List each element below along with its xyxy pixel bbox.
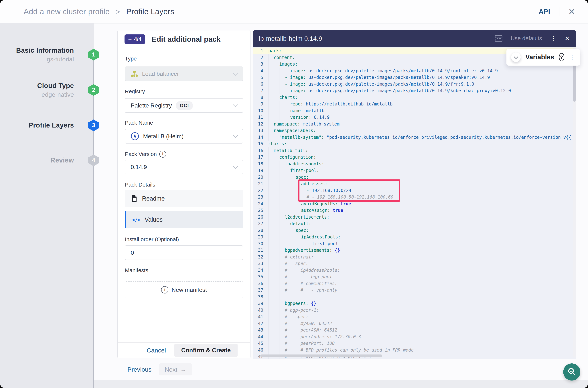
panel-title: Edit additional pack — [152, 35, 221, 43]
code-line[interactable]: 28spec: — [253, 227, 576, 234]
code-line[interactable]: 24avoidBuggyIPs: true — [253, 201, 576, 207]
code-line[interactable]: 9- repo: https://metallb.github.io/metal… — [253, 101, 576, 107]
registry-label: Registry — [125, 88, 243, 95]
pack-version-select[interactable]: 0.14.9 — [125, 160, 243, 174]
code-line[interactable]: 14"metallb-system": "pod-security.kubern… — [253, 134, 576, 141]
code-line[interactable]: 42# myASN: 64512 — [253, 320, 576, 327]
code-line[interactable]: 34# ipAddressPools: — [253, 267, 576, 274]
indent-guide — [274, 187, 279, 194]
variables-kebab-icon[interactable]: ⋮ — [569, 55, 575, 60]
indent-guide — [285, 201, 290, 207]
api-link[interactable]: API — [539, 8, 550, 16]
new-manifest-button[interactable]: + New manifest — [125, 281, 243, 298]
next-button[interactable]: Next → — [159, 364, 192, 375]
line-number: 8 — [253, 94, 263, 101]
code-line[interactable]: 43# peerASN: 64512 — [253, 327, 576, 334]
code-line[interactable]: 36# # communities: — [253, 280, 576, 287]
code-line[interactable]: 16metallb-full: — [253, 147, 576, 154]
indent-guide — [268, 347, 274, 354]
code-line[interactable]: 4- image: us-docker.pkg.dev/palette-imag… — [253, 68, 576, 74]
indent-guide — [279, 214, 285, 220]
search-fab-button[interactable] — [563, 364, 580, 381]
code-line[interactable]: 10name: metallb — [253, 107, 576, 114]
code-line[interactable]: 27default: — [253, 220, 576, 227]
code-line[interactable]: 12namespace: metallb-system — [253, 121, 576, 127]
step-label: Review — [50, 156, 74, 164]
kebab-menu-icon[interactable]: ⋮ — [550, 35, 557, 42]
code-line[interactable]: 30- first-pool — [253, 241, 576, 247]
code-line[interactable]: 45# peerPort: 180 — [253, 340, 576, 347]
variables-collapse-button[interactable] — [511, 52, 521, 62]
code-line[interactable]: 25autoAssign: true — [253, 207, 576, 214]
code-line[interactable]: 32# external: — [253, 254, 576, 261]
previous-button[interactable]: Previous — [127, 366, 152, 373]
code-line[interactable]: 35# - bgp-pool — [253, 274, 576, 280]
code-line[interactable]: 20spec: — [253, 174, 576, 181]
code-line[interactable]: 15charts: — [253, 141, 576, 147]
indent-guide — [285, 194, 290, 201]
code-line[interactable]: 29ipAddressPools: — [253, 234, 576, 241]
indent-guide — [268, 201, 274, 207]
code-line[interactable]: 41# spec: — [253, 314, 576, 320]
code-line[interactable]: 6- image: us-docker.pkg.dev/palette-imag… — [253, 81, 576, 88]
line-number: 16 — [253, 147, 263, 154]
stepper-step-profile-layers[interactable]: Profile Layers 3 — [0, 118, 94, 133]
code-line[interactable]: 8charts: — [253, 94, 576, 101]
stepper-step-basic-information[interactable]: Basic Information gs-tutorial 1 — [0, 47, 94, 62]
code-line[interactable]: 31bgpadvertisements: {} — [253, 247, 576, 254]
stepper-step-cloud-type[interactable]: Cloud Type edge-native 2 — [0, 82, 94, 98]
variables-label: Variables — [525, 53, 554, 61]
help-icon[interactable]: ? — [559, 53, 564, 61]
chevron-down-icon — [233, 133, 238, 138]
code-line[interactable]: 39bgppeers: {} — [253, 300, 576, 307]
cancel-button[interactable]: Cancel — [147, 347, 166, 354]
type-select: Load balancer — [125, 67, 243, 81]
registry-value: Palette Registry — [131, 102, 172, 109]
values-tab[interactable]: </> Values — [125, 211, 243, 228]
code-line[interactable]: 21addresses: — [253, 181, 576, 187]
indent-guide — [301, 241, 307, 247]
code-line[interactable]: 22- 192.168.10.0/24 — [253, 187, 576, 194]
indent-guide — [268, 247, 274, 254]
confirm-create-button[interactable]: Confirm & Create — [174, 344, 238, 357]
registry-select[interactable]: Palette Registry OCI — [125, 98, 243, 113]
info-icon[interactable]: i — [159, 151, 166, 158]
code-line[interactable]: 19first-pool: — [253, 167, 576, 174]
indent-guide — [274, 181, 279, 187]
horizontal-scrollbar[interactable] — [260, 355, 382, 357]
code-line[interactable]: 37# # - vpn-only — [253, 287, 576, 294]
code-line[interactable]: 26l2advertisements: — [253, 214, 576, 220]
use-defaults-button[interactable]: Use defaults — [511, 35, 542, 42]
code-line[interactable]: 13namespaceLabels: — [253, 127, 576, 134]
indent-guide — [279, 294, 285, 300]
code-line[interactable]: 23# - 192.168.100.50-192.168.100.60 — [253, 194, 576, 201]
stepper-step-review[interactable]: Review 4 — [0, 152, 94, 168]
indent-guide — [274, 87, 279, 94]
line-number: 43 — [253, 327, 263, 334]
pack-name-select[interactable]: MetalLB (Helm) — [125, 129, 243, 144]
code-line[interactable]: 5- image: us-docker.pkg.dev/palette-imag… — [253, 74, 576, 81]
line-number: 32 — [253, 254, 263, 261]
code-line[interactable]: 7- image: us-docker.pkg.dev/palette-imag… — [253, 87, 576, 94]
close-icon[interactable]: ✕ — [568, 7, 575, 16]
indent-guide — [279, 68, 285, 74]
breadcrumb-parent-link[interactable]: Add a new cluster profile — [24, 7, 110, 16]
code-line[interactable]: 38 — [253, 294, 576, 300]
editor-title: lb-metallb-helm 0.14.9 — [259, 35, 322, 42]
code-lines[interactable]: 1pack:2content:3images:4- image: us-dock… — [253, 47, 576, 359]
bottom-strip — [94, 380, 588, 388]
install-order-input[interactable] — [125, 245, 243, 260]
code-line[interactable]: 11version: 0.14.9 — [253, 114, 576, 121]
code-line[interactable]: 46# # BFD profiles can only be used in F… — [253, 347, 576, 354]
diff-view-icon[interactable] — [495, 35, 503, 42]
indent-guide — [290, 181, 296, 187]
code-line[interactable]: 18ipaddresspools: — [253, 161, 576, 168]
code-line[interactable]: 44# peerAddress: 172.30.0.3 — [253, 334, 576, 340]
code-line[interactable]: 33# spec: — [253, 260, 576, 267]
code-line[interactable]: 40# bgp-peer-1: — [253, 307, 576, 314]
line-number: 5 — [253, 74, 263, 81]
readme-tab[interactable]: Readme — [125, 190, 243, 207]
line-number: 25 — [253, 207, 263, 214]
editor-close-icon[interactable]: ✕ — [565, 35, 570, 42]
code-line[interactable]: 17configuration: — [253, 154, 576, 161]
